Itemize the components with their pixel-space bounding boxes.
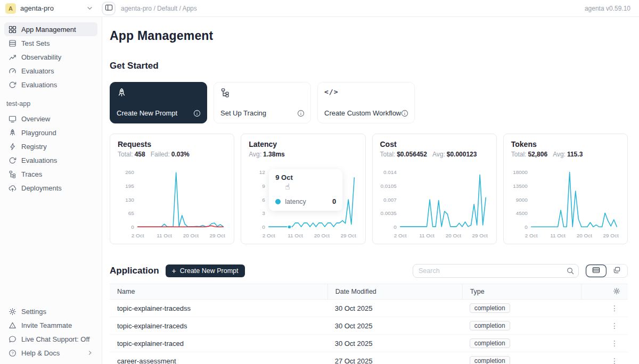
stat-value: 52,806 [528,151,547,158]
sidebar-item-label: Settings [21,308,46,316]
button-label: Create New Prompt [180,267,239,275]
table-icon [9,39,17,47]
sidebar-item-evaluations[interactable]: Evaluations [4,78,97,92]
table-row[interactable]: topic-explainer-traceds 30 Oct 2025 comp… [110,317,628,335]
sidebar-item-help-docs[interactable]: ? Help & Docs [4,346,97,360]
sidebar-item-deployments[interactable]: Deployments [4,181,97,195]
latency-card: Latency Avg:1.38ms 0369122 Oct11 Oct20 O… [241,134,365,244]
kebab-menu-icon[interactable]: ⋮ [611,304,618,312]
column-header-type[interactable]: Type [462,284,581,299]
sidebar-item-traces[interactable]: Traces [4,167,97,181]
requests-chart: 0651301952602 Oct11 Oct20 Oct29 Oct [118,162,226,242]
cost-card: Cost Total:$0.056452Avg:$0.000123 00.003… [372,134,497,244]
page-title: App Management [110,29,628,43]
sidebar-item-label: Traces [21,170,42,178]
sidebar-item-label: Evaluations [21,156,57,164]
stat-label: Total: [511,151,527,158]
lightning-icon [9,143,17,151]
create-new-prompt-button[interactable]: + Create New Prompt [166,264,245,277]
svg-text:29 Oct: 29 Oct [341,233,356,238]
app-name: career-assessment [110,357,327,364]
create-custom-workflow-card[interactable]: </> Create Custom Workflow [317,82,415,123]
stat-label: Avg: [553,151,566,158]
svg-text:0.007: 0.007 [383,197,396,203]
stat-title: Requests [118,140,226,148]
svg-text:6: 6 [262,197,265,203]
rocket-icon [9,129,17,137]
svg-text:11 Oct: 11 Oct [419,233,435,238]
table-row[interactable]: topic-explainer-tracedss 30 Oct 2025 com… [110,300,628,317]
sidebar-item-settings[interactable]: Settings [4,304,97,318]
plus-icon: + [172,267,176,275]
svg-text:11 Oct: 11 Oct [550,233,566,238]
svg-text:0.014: 0.014 [383,169,396,175]
svg-text:65: 65 [128,210,135,216]
gear-icon [9,308,17,316]
workspace-avatar: A [5,3,16,14]
evaluation-chart-icon [9,81,17,89]
svg-text:130: 130 [125,197,134,203]
app-version: agenta v0.59.10 [585,5,639,12]
column-header-name[interactable]: Name [110,284,327,299]
table-view-button[interactable] [586,264,607,277]
type-badge: completion [470,321,510,330]
stat-value: $0.000123 [447,151,477,158]
tree-icon [9,170,17,178]
type-badge: completion [470,303,510,313]
sidebar-item-observability[interactable]: Observability [4,50,97,64]
gear-icon[interactable] [613,287,620,296]
tooltip-series-row: latency 0 [275,197,336,205]
search-icon[interactable] [567,267,574,275]
workspace-selector[interactable]: A agenta-pro [0,3,99,14]
sidebar-collapse-button[interactable] [102,2,116,15]
type-badge: completion [470,338,510,348]
app-root: A agenta-pro agenta-pro / Default / Apps… [0,0,639,364]
search-input[interactable] [419,267,567,275]
help-circle-icon: ? [9,349,17,357]
table-row[interactable]: topic-explainer-traced 30 Oct 2025 compl… [110,335,628,352]
code-icon: </> [324,88,408,96]
kebab-menu-icon[interactable]: ⋮ [611,357,618,364]
series-dot [275,199,281,204]
monitor-icon [9,115,17,123]
sidebar-item-invite-teammate[interactable]: Invite Teammate [4,318,97,332]
info-icon[interactable] [193,110,201,117]
tokens-chart: 04500900013500180002 Oct11 Oct20 Oct29 O… [511,162,620,242]
table-row[interactable]: career-assessment 27 Oct 2025 completion… [110,352,628,364]
sidebar-item-evaluators[interactable]: Evaluators [4,64,97,78]
column-header-date[interactable]: Date Modified [327,284,462,299]
svg-text:2 Oct: 2 Oct [132,233,144,238]
application-title: Application [110,266,159,276]
sidebar: App Management Test Sets Observability E… [0,17,102,364]
stat-subtitle: Avg:1.38ms [249,151,357,158]
sidebar-item-label: Evaluators [21,67,54,75]
sidebar-item-playground[interactable]: Playground [4,126,97,139]
sidebar-item-test-sets[interactable]: Test Sets [4,36,97,50]
create-new-prompt-card[interactable]: Create New Prompt [110,82,207,123]
stat-value: 0.03% [171,151,190,158]
kebab-menu-icon[interactable]: ⋮ [611,321,618,330]
app-name: topic-explainer-traceds [110,322,327,330]
kebab-menu-icon[interactable]: ⋮ [611,339,618,348]
sidebar-item-live-chat[interactable]: Live Chat Support: Off [4,332,97,346]
svg-text:0: 0 [525,224,528,230]
shell: App Management Test Sets Observability E… [0,17,639,364]
svg-text:9: 9 [262,183,265,189]
info-icon[interactable] [401,110,408,117]
application-header: Application + Create New Prompt [110,264,628,278]
card-view-button[interactable] [607,264,627,277]
sidebar-item-overview[interactable]: Overview [4,112,97,126]
info-icon[interactable] [297,110,305,117]
set-up-tracing-card[interactable]: Set Up Tracing [214,82,311,123]
sidebar-item-app-management[interactable]: App Management [4,22,97,36]
sidebar-item-registry[interactable]: Registry [4,139,97,153]
app-name: topic-explainer-traced [110,340,327,348]
stat-label: Avg: [249,151,261,158]
app-date: 27 Oct 2025 [327,357,462,364]
stat-title: Tokens [511,140,620,148]
svg-text:20 Oct: 20 Oct [577,233,592,238]
sidebar-item-app-evaluations[interactable]: Evaluations [4,153,97,167]
breadcrumb[interactable]: agenta-pro / Default / Apps [121,5,197,12]
svg-text:2 Oct: 2 Oct [263,233,275,238]
stat-value: $0.056452 [397,151,427,158]
